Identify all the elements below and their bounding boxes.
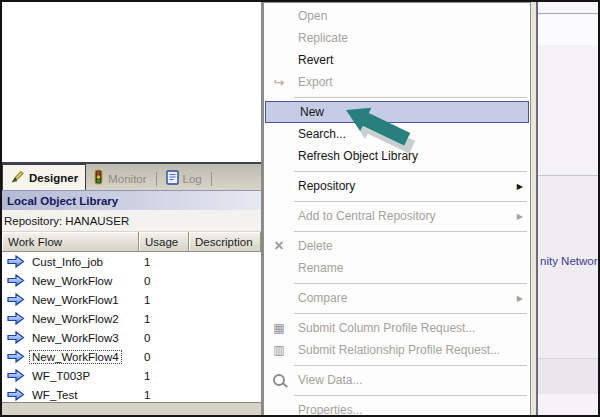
workflow-arrow-icon [7,293,25,306]
menu-separator [264,391,530,399]
delete-icon [274,238,283,254]
workflow-name: WF_Test [30,389,79,401]
menu-item[interactable]: View Data... [264,369,530,391]
workflow-arrow-icon [7,350,25,363]
repository-label: Repository: HANAUSER [4,215,129,227]
library-title: Local Object Library [7,195,118,207]
app-window: Designer Monitor [0,0,600,417]
workflow-table-header: Work Flow Usage Description [2,232,261,252]
workflow-name: New_WorkFlow2 [30,313,121,325]
menu-item[interactable]: Submit Column Profile Request... [264,317,530,339]
menu-item-label: Properties... [298,403,363,417]
workflow-arrow-icon [7,274,25,287]
menu-item-gutter [266,102,296,122]
tab-log[interactable]: Log [159,167,209,190]
workflow-arrow-icon [7,331,25,344]
menu-item[interactable]: Delete [264,235,530,257]
menu-item-label: Open [298,9,327,23]
menu-item[interactable]: Open [264,5,530,27]
workflow-arrow-icon [7,312,25,325]
menu-item[interactable]: Search... [264,123,530,145]
workflow-name: New_WorkFlow1 [30,294,121,306]
menu-item-label: Compare [298,291,347,305]
menu-item-gutter [264,257,294,279]
menu-item-gutter [264,339,294,361]
column-header-workflow[interactable]: Work Flow [2,232,139,252]
menu-item-gutter [264,145,294,167]
menu-item[interactable]: Add to Central Repository ▶ [264,205,530,227]
menu-item-label: Revert [298,53,333,67]
tab-divider [211,172,212,186]
menu-item-label: View Data... [298,373,362,387]
menu-item-gutter [264,123,294,145]
tab-log-label: Log [183,173,202,185]
menu-item[interactable]: Refresh Object Library [264,145,530,167]
table-row[interactable]: WF_T003P 1 [2,366,261,385]
workflow-usage: 1 [144,370,150,382]
workflow-arrow-icon [7,255,25,268]
column-header-usage[interactable]: Usage [139,232,189,252]
submenu-arrow-icon: ▶ [517,182,523,191]
menu-item-label: Search... [298,127,346,141]
menu-item[interactable]: Replicate [264,27,530,49]
menu-item-label: Submit Column Profile Request... [298,321,475,335]
workflow-name: New_WorkFlow4 [30,351,121,363]
menu-item-label: New [300,105,324,119]
workflow-name: New_WorkFlow [30,275,114,287]
workflow-name: New_WorkFlow3 [30,332,121,344]
workflow-table-body: Cust_Info_job 1 [2,252,261,402]
table-row[interactable]: New_WorkFlow4 0 [2,347,261,366]
menu-item[interactable]: Revert [264,49,530,71]
workflow-arrow-icon [7,388,25,401]
menu-item[interactable]: Rename [264,257,530,279]
table-row[interactable]: New_WorkFlow 0 [2,271,261,290]
column-header-description[interactable]: Description [189,232,261,252]
menu-separator [264,227,530,235]
menu-item-gutter [264,49,294,71]
workflow-usage: 1 [144,313,150,325]
menu-item-label: Submit Relationship Profile Request... [298,343,500,357]
menu-item[interactable]: Properties... [264,399,530,417]
menu-separator [264,309,530,317]
log-document-icon [166,170,179,188]
table-row[interactable]: New_WorkFlow3 0 [2,328,261,347]
menu-item-label: Rename [298,261,343,275]
panel-tabbar: Designer Monitor [2,164,261,190]
menu-item[interactable]: Export [264,71,530,93]
column-profile-icon [273,322,284,334]
submenu-arrow-icon: ▶ [517,294,523,303]
menu-separator [264,361,530,369]
repository-label-row: Repository: HANAUSER [2,210,261,232]
traffic-light-icon [93,169,104,188]
workflow-arrow-icon [7,369,25,382]
relationship-profile-icon [273,344,284,356]
workflow-name: WF_T003P [30,370,92,382]
workflow-usage: 0 [144,275,150,287]
tab-designer-label: Designer [29,172,78,184]
workflow-usage: 1 [144,256,150,268]
menu-item-gutter [264,27,294,49]
menu-item[interactable]: New [265,101,529,123]
table-row[interactable]: New_WorkFlow2 1 [2,309,261,328]
table-row[interactable]: New_WorkFlow1 1 [2,290,261,309]
designer-workspace [2,2,261,164]
panel-bottom-strip [2,402,261,416]
tab-divider [156,172,157,186]
menu-item-label: Delete [298,239,333,253]
menu-item[interactable]: Compare ▶ [264,287,530,309]
tab-monitor[interactable]: Monitor [86,167,153,190]
view-data-icon [273,374,285,386]
menu-item-gutter [264,287,294,309]
workflow-usage: 1 [144,389,150,401]
menu-item-gutter [264,205,294,227]
menu-item[interactable]: Repository ▶ [264,175,530,197]
menu-item-gutter [264,399,294,417]
table-row[interactable]: Cust_Info_job 1 [2,252,261,271]
menu-item-label: Repository [298,179,355,193]
tab-designer[interactable]: Designer [2,164,86,190]
menu-item[interactable]: Submit Relationship Profile Request... [264,339,530,361]
menu-item-gutter [264,235,294,257]
menu-separator [264,197,530,205]
object-library-panel: Designer Monitor [2,2,263,415]
submenu-arrow-icon: ▶ [517,212,523,221]
